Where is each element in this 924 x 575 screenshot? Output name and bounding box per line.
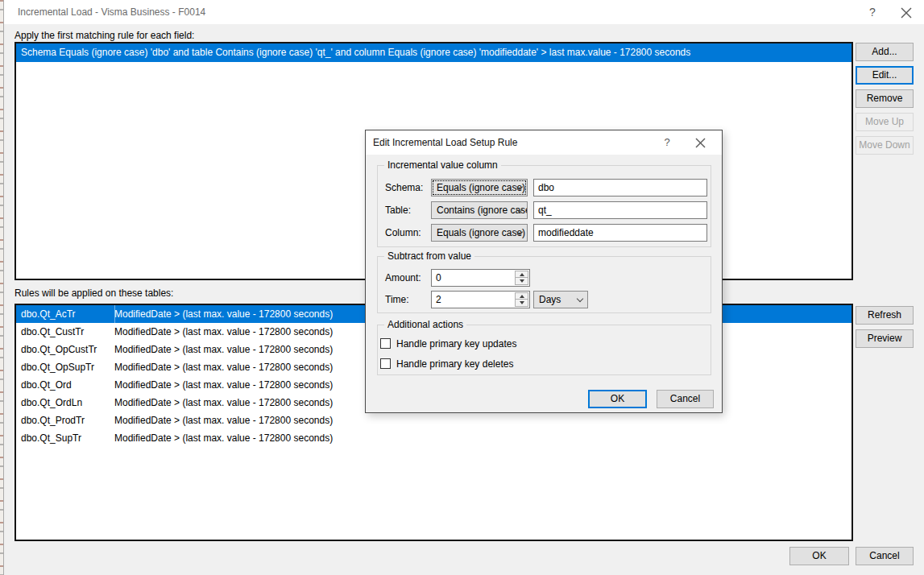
schema-value-input[interactable]: dbo	[533, 179, 707, 196]
spinner-up-icon[interactable]	[515, 292, 528, 300]
handle-primary-key-updates-label: Handle primary key updates	[396, 339, 516, 350]
modal-ok-button[interactable]: OK	[588, 390, 647, 408]
chevron-down-icon	[577, 296, 583, 302]
group-label: Additional actions	[384, 319, 466, 330]
amount-label: Amount:	[385, 269, 421, 287]
time-unit-combo[interactable]: Days	[533, 291, 588, 308]
move-down-button[interactable]: Move Down	[856, 136, 914, 155]
spinner-down-icon[interactable]	[515, 278, 528, 285]
modal-titlebar: Edit Incremental Load Setup Rule ?	[366, 130, 722, 155]
time-label: Time:	[385, 291, 409, 308]
main-cancel-button[interactable]: Cancel	[856, 547, 914, 565]
column-value-input[interactable]: modifieddate	[533, 224, 707, 242]
schema-operator-combo[interactable]: Equals (ignore case)	[431, 179, 528, 196]
schema-label: Schema:	[385, 179, 423, 196]
handle-primary-key-deletes-checkbox[interactable]	[380, 358, 391, 369]
window-title: Incremental Load - Visma Business - F001…	[18, 6, 205, 18]
modal-title: Edit Incremental Load Setup Rule	[373, 137, 517, 148]
group-label: Incremental value column	[384, 159, 501, 171]
table-row[interactable]: dbo.Qt_ProdTr ModifiedDate > (last max. …	[16, 412, 851, 429]
modal-cancel-button[interactable]: Cancel	[657, 390, 714, 408]
column-label: Column:	[385, 224, 421, 242]
table-operator-combo[interactable]: Contains (ignore case)	[431, 201, 528, 219]
amount-stepper[interactable]: 0	[431, 269, 530, 287]
spinner-down-icon[interactable]	[515, 300, 528, 307]
screen: Incremental Load - Visma Business - F001…	[0, 0, 924, 575]
main-titlebar: Incremental Load - Visma Business - F001…	[4, 0, 924, 24]
edit-rule-dialog: Edit Incremental Load Setup Rule ? Incre…	[365, 130, 723, 413]
tables-label: Rules will be applied on these tables:	[15, 288, 173, 299]
rule-row-selected[interactable]: Schema Equals (ignore case) 'dbo' and ta…	[16, 43, 851, 62]
add-button[interactable]: Add...	[856, 43, 914, 61]
table-label: Table:	[385, 201, 411, 219]
table-value-input[interactable]: qt_	[533, 201, 707, 219]
modal-close-icon[interactable]	[695, 138, 706, 148]
remove-button[interactable]: Remove	[856, 89, 914, 108]
help-icon[interactable]: ?	[865, 6, 880, 20]
preview-button[interactable]: Preview	[856, 329, 914, 348]
handle-primary-key-updates-checkbox[interactable]	[380, 338, 391, 349]
column-operator-combo[interactable]: Equals (ignore case)	[431, 224, 528, 242]
handle-primary-key-deletes-label: Handle primary key deletes	[396, 359, 513, 370]
spinner-up-icon[interactable]	[515, 271, 528, 278]
table-row[interactable]: dbo.Qt_SupTr ModifiedDate > (last max. v…	[16, 429, 851, 447]
modal-help-icon[interactable]: ?	[661, 136, 673, 149]
main-ok-button[interactable]: OK	[789, 547, 849, 565]
apply-rules-label: Apply the first matching rule for each f…	[15, 30, 194, 41]
move-up-button[interactable]: Move Up	[856, 113, 914, 131]
edit-button[interactable]: Edit...	[856, 66, 914, 85]
refresh-button[interactable]: Refresh	[856, 306, 914, 325]
close-icon[interactable]	[901, 7, 912, 19]
group-label: Subtract from value	[384, 250, 474, 262]
time-stepper[interactable]: 2	[431, 291, 530, 308]
